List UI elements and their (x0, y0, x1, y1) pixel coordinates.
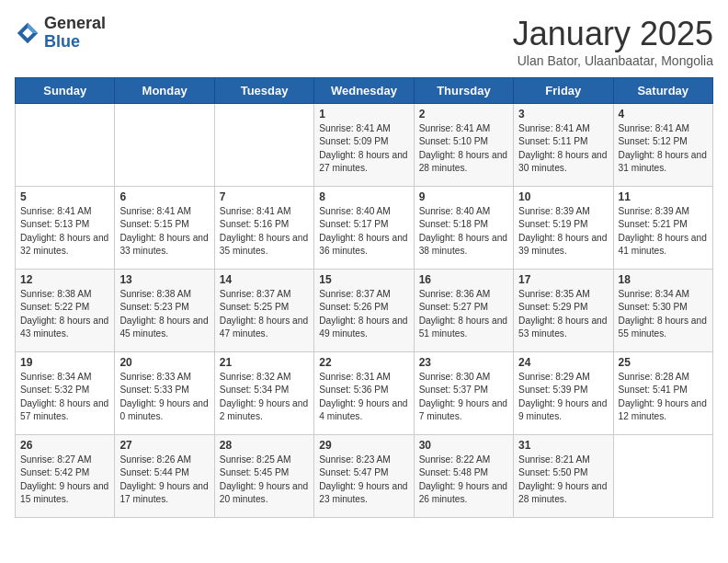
day-info: Sunrise: 8:41 AMSunset: 5:16 PMDaylight:… (220, 205, 309, 258)
day-of-week-header: Thursday (414, 78, 513, 104)
calendar-cell: 29Sunrise: 8:23 AMSunset: 5:47 PMDayligh… (314, 435, 414, 518)
calendar-cell: 8Sunrise: 8:40 AMSunset: 5:17 PMDaylight… (314, 187, 414, 270)
day-info: Sunrise: 8:22 AMSunset: 5:48 PMDaylight:… (419, 454, 508, 506)
day-number: 30 (419, 439, 508, 452)
calendar-cell: 27Sunrise: 8:26 AMSunset: 5:44 PMDayligh… (115, 435, 214, 518)
day-number: 7 (220, 190, 309, 203)
calendar-cell: 16Sunrise: 8:36 AMSunset: 5:27 PMDayligh… (414, 270, 513, 352)
day-info: Sunrise: 8:39 AMSunset: 5:21 PMDaylight:… (619, 205, 708, 258)
calendar-cell: 23Sunrise: 8:30 AMSunset: 5:37 PMDayligh… (414, 352, 513, 435)
day-number: 27 (119, 439, 209, 452)
day-number: 8 (319, 190, 408, 203)
calendar-cell: 11Sunrise: 8:39 AMSunset: 5:21 PMDayligh… (613, 187, 712, 270)
calendar-cell: 9Sunrise: 8:40 AMSunset: 5:18 PMDaylight… (414, 187, 513, 270)
day-number: 23 (419, 356, 508, 369)
day-info: Sunrise: 8:34 AMSunset: 5:32 PMDaylight:… (20, 371, 109, 423)
day-info: Sunrise: 8:21 AMSunset: 5:50 PMDaylight:… (518, 454, 608, 506)
day-number: 28 (220, 439, 309, 452)
calendar-cell: 12Sunrise: 8:38 AMSunset: 5:22 PMDayligh… (16, 270, 115, 352)
title-block: January 2025 Ulan Bator, Ulaanbaatar, Mo… (513, 15, 713, 68)
day-number: 1 (319, 108, 408, 121)
day-info: Sunrise: 8:28 AMSunset: 5:41 PMDaylight:… (619, 371, 708, 423)
calendar-cell: 19Sunrise: 8:34 AMSunset: 5:32 PMDayligh… (16, 352, 115, 435)
day-number: 10 (518, 190, 608, 203)
calendar-cell: 10Sunrise: 8:39 AMSunset: 5:19 PMDayligh… (514, 187, 613, 270)
header-row: SundayMondayTuesdayWednesdayThursdayFrid… (16, 78, 713, 104)
day-number: 24 (518, 356, 608, 369)
day-number: 13 (119, 273, 209, 286)
day-info: Sunrise: 8:29 AMSunset: 5:39 PMDaylight:… (518, 371, 608, 423)
day-info: Sunrise: 8:38 AMSunset: 5:22 PMDaylight:… (20, 288, 109, 340)
calendar-cell (115, 104, 214, 187)
calendar-cell: 18Sunrise: 8:34 AMSunset: 5:30 PMDayligh… (613, 270, 712, 352)
calendar-cell: 6Sunrise: 8:41 AMSunset: 5:15 PMDaylight… (115, 187, 214, 270)
day-number: 25 (619, 356, 708, 369)
day-info: Sunrise: 8:32 AMSunset: 5:34 PMDaylight:… (220, 371, 309, 423)
calendar-week-row: 1Sunrise: 8:41 AMSunset: 5:09 PMDaylight… (16, 104, 713, 187)
calendar-cell: 3Sunrise: 8:41 AMSunset: 5:11 PMDaylight… (514, 104, 613, 187)
calendar-header: SundayMondayTuesdayWednesdayThursdayFrid… (16, 78, 713, 104)
calendar-body: 1Sunrise: 8:41 AMSunset: 5:09 PMDaylight… (16, 104, 713, 518)
logo-blue-text: Blue (44, 33, 106, 52)
calendar-cell: 30Sunrise: 8:22 AMSunset: 5:48 PMDayligh… (414, 435, 513, 518)
calendar-week-row: 5Sunrise: 8:41 AMSunset: 5:13 PMDaylight… (16, 187, 713, 270)
calendar-cell (214, 104, 313, 187)
logo-icon (15, 20, 40, 46)
location-subtitle: Ulan Bator, Ulaanbaatar, Mongolia (513, 53, 713, 68)
day-number: 17 (518, 273, 608, 286)
day-info: Sunrise: 8:41 AMSunset: 5:15 PMDaylight:… (119, 205, 209, 258)
logo: General Blue (15, 15, 106, 52)
day-info: Sunrise: 8:41 AMSunset: 5:10 PMDaylight:… (419, 122, 508, 175)
day-number: 9 (419, 190, 508, 203)
calendar-cell: 17Sunrise: 8:35 AMSunset: 5:29 PMDayligh… (514, 270, 613, 352)
logo-general-text: General (44, 15, 106, 33)
day-info: Sunrise: 8:39 AMSunset: 5:19 PMDaylight:… (518, 205, 608, 258)
day-number: 31 (518, 439, 608, 452)
day-number: 21 (220, 356, 309, 369)
day-number: 12 (20, 273, 109, 286)
day-info: Sunrise: 8:26 AMSunset: 5:44 PMDaylight:… (119, 454, 209, 506)
calendar-cell: 4Sunrise: 8:41 AMSunset: 5:12 PMDaylight… (613, 104, 712, 187)
calendar-cell: 1Sunrise: 8:41 AMSunset: 5:09 PMDaylight… (314, 104, 414, 187)
day-info: Sunrise: 8:37 AMSunset: 5:25 PMDaylight:… (220, 288, 309, 340)
calendar-cell: 20Sunrise: 8:33 AMSunset: 5:33 PMDayligh… (115, 352, 214, 435)
day-number: 2 (419, 108, 508, 121)
day-number: 3 (518, 108, 608, 121)
day-info: Sunrise: 8:40 AMSunset: 5:18 PMDaylight:… (419, 205, 508, 258)
day-info: Sunrise: 8:23 AMSunset: 5:47 PMDaylight:… (319, 454, 408, 506)
day-info: Sunrise: 8:25 AMSunset: 5:45 PMDaylight:… (220, 454, 309, 506)
day-info: Sunrise: 8:41 AMSunset: 5:11 PMDaylight:… (518, 122, 608, 175)
day-number: 20 (119, 356, 209, 369)
calendar-cell: 26Sunrise: 8:27 AMSunset: 5:42 PMDayligh… (16, 435, 115, 518)
calendar-cell: 13Sunrise: 8:38 AMSunset: 5:23 PMDayligh… (115, 270, 214, 352)
day-number: 15 (319, 273, 408, 286)
calendar-cell: 25Sunrise: 8:28 AMSunset: 5:41 PMDayligh… (613, 352, 712, 435)
day-of-week-header: Monday (115, 78, 214, 104)
calendar-cell: 5Sunrise: 8:41 AMSunset: 5:13 PMDaylight… (16, 187, 115, 270)
day-info: Sunrise: 8:36 AMSunset: 5:27 PMDaylight:… (419, 288, 508, 340)
day-number: 22 (319, 356, 408, 369)
day-number: 18 (619, 273, 708, 286)
calendar-cell: 7Sunrise: 8:41 AMSunset: 5:16 PMDaylight… (214, 187, 313, 270)
calendar-cell: 24Sunrise: 8:29 AMSunset: 5:39 PMDayligh… (514, 352, 613, 435)
day-number: 5 (20, 190, 109, 203)
day-number: 6 (119, 190, 209, 203)
day-number: 11 (619, 190, 708, 203)
month-title: January 2025 (513, 15, 713, 53)
day-info: Sunrise: 8:38 AMSunset: 5:23 PMDaylight:… (119, 288, 209, 340)
day-info: Sunrise: 8:41 AMSunset: 5:09 PMDaylight:… (319, 122, 408, 175)
day-info: Sunrise: 8:35 AMSunset: 5:29 PMDaylight:… (518, 288, 608, 340)
day-of-week-header: Sunday (16, 78, 115, 104)
calendar-cell: 31Sunrise: 8:21 AMSunset: 5:50 PMDayligh… (514, 435, 613, 518)
day-info: Sunrise: 8:27 AMSunset: 5:42 PMDaylight:… (20, 454, 109, 506)
day-of-week-header: Wednesday (314, 78, 414, 104)
calendar-cell: 14Sunrise: 8:37 AMSunset: 5:25 PMDayligh… (214, 270, 313, 352)
calendar-cell: 15Sunrise: 8:37 AMSunset: 5:26 PMDayligh… (314, 270, 414, 352)
day-info: Sunrise: 8:30 AMSunset: 5:37 PMDaylight:… (419, 371, 508, 423)
calendar-week-row: 12Sunrise: 8:38 AMSunset: 5:22 PMDayligh… (16, 270, 713, 352)
day-of-week-header: Saturday (613, 78, 712, 104)
day-number: 19 (20, 356, 109, 369)
day-number: 29 (319, 439, 408, 452)
day-number: 16 (419, 273, 508, 286)
logo-text: General Blue (44, 15, 106, 52)
